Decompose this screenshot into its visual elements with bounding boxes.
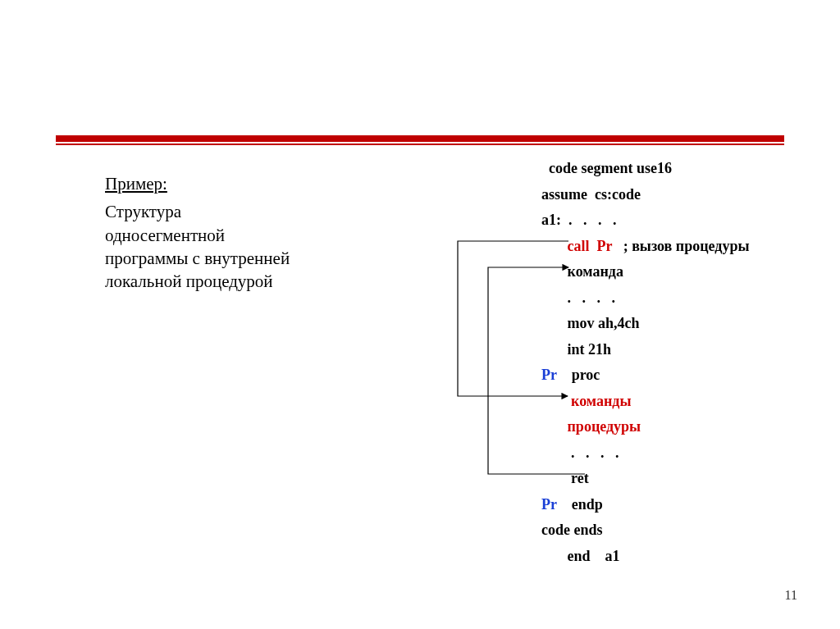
code-line-10: команды: [541, 389, 750, 415]
code-line-1: code segment use16: [541, 156, 750, 182]
code-line-14: Pr endp: [541, 492, 750, 518]
code-l14-pr: Pr: [541, 496, 557, 513]
code-line-9: Pr proc: [541, 362, 750, 389]
header-divider: [56, 135, 784, 145]
code-l4-part-b: call Pr: [568, 238, 613, 254]
code-line-11: процедуры: [541, 414, 750, 440]
code-line-12: . . . .: [541, 440, 750, 467]
page-number: 11: [785, 588, 797, 603]
desc-line-2: односегментной: [105, 226, 225, 245]
code-line-5: команда: [541, 259, 750, 285]
code-line-6: . . . .: [541, 285, 750, 312]
desc-line-3: программы с внутренней: [105, 248, 290, 268]
description-block: Пример: Структура односегментной програм…: [105, 172, 290, 294]
code-listing: code segment use16 assume cs:code a1: . …: [541, 156, 750, 569]
code-line-3: a1: . . . .: [541, 207, 750, 234]
code-l14-endp: endp: [557, 496, 603, 513]
header-divider-thick: [56, 135, 784, 142]
code-line-13: ret: [541, 466, 750, 492]
code-l4-part-c: ; вызов процедуры: [612, 238, 749, 254]
desc-line-4: локальной процедурой: [105, 271, 273, 291]
code-l9-pr: Pr: [541, 367, 557, 383]
code-line-16: end a1: [541, 544, 750, 570]
example-label: Пример:: [105, 172, 290, 195]
code-line-7: mov ah,4ch: [541, 311, 750, 337]
code-line-15: code ends: [541, 517, 750, 544]
header-divider-thin: [56, 144, 784, 145]
code-line-8: int 21h: [541, 337, 750, 363]
code-line-2: assume cs:code: [541, 182, 750, 208]
code-l4-part-a: [541, 238, 568, 254]
code-l9-proc: proc: [557, 367, 600, 383]
desc-line-1: Структура: [105, 202, 181, 221]
code-line-4: call Pr ; вызов процедуры: [541, 234, 750, 260]
